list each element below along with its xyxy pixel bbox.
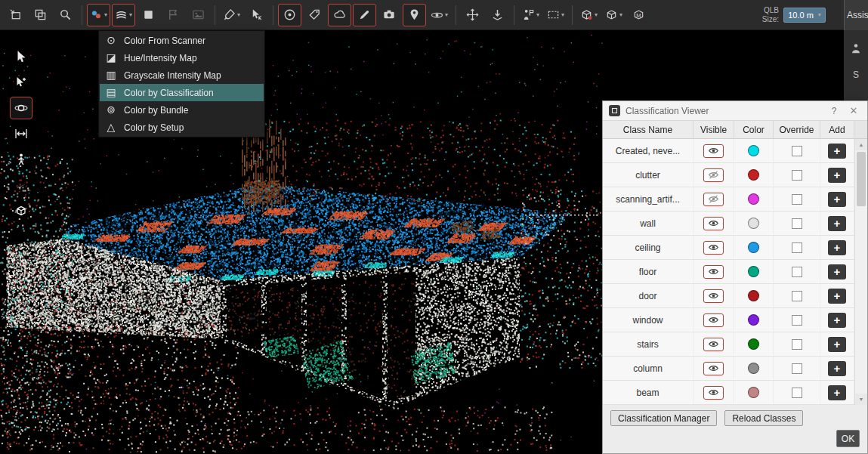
scrollbar[interactable]: ▲ ▼ <box>854 139 867 405</box>
class-color-swatch[interactable] <box>748 266 759 277</box>
box-3d-button[interactable]: ▾ <box>577 4 601 26</box>
tag-button[interactable] <box>303 4 326 26</box>
camera-button[interactable] <box>378 4 401 26</box>
visibility-toggle-on[interactable] <box>703 144 724 158</box>
override-checkbox[interactable] <box>792 170 802 181</box>
add-class-button[interactable]: + <box>828 168 846 183</box>
class-color-swatch[interactable] <box>748 242 759 253</box>
add-class-button[interactable]: + <box>828 192 846 207</box>
cursor-context-button[interactable] <box>245 4 268 26</box>
scrollbar-thumb[interactable] <box>857 152 866 206</box>
add-class-button[interactable]: + <box>828 144 846 159</box>
flag-button[interactable] <box>162 4 185 26</box>
add-class-button[interactable]: + <box>828 240 846 255</box>
move-axes-button[interactable] <box>461 4 484 26</box>
class-color-swatch[interactable] <box>748 290 759 301</box>
help-button[interactable]: ? <box>827 106 841 116</box>
add-class-button[interactable]: + <box>828 216 846 231</box>
person-flag-button[interactable]: ▾ <box>519 4 542 26</box>
add-class-button[interactable]: + <box>828 289 846 304</box>
class-color-swatch[interactable] <box>748 338 759 350</box>
visibility-toggle-on[interactable] <box>703 338 724 351</box>
override-checkbox[interactable] <box>792 363 802 374</box>
visibility-toggle-on[interactable] <box>703 386 724 400</box>
classification-manager-button[interactable]: Classification Manager <box>610 410 717 426</box>
point-color-button[interactable]: ▾ <box>87 4 110 26</box>
walk-tool-button[interactable] <box>10 148 32 171</box>
add-class-button[interactable]: + <box>828 337 846 352</box>
fly-tool-button[interactable] <box>10 174 32 196</box>
zoom-window-button[interactable] <box>54 4 77 26</box>
chevron-down-icon[interactable]: ▾ <box>536 12 539 18</box>
chevron-down-icon[interactable]: ▾ <box>104 12 107 18</box>
visibility-toggle-on[interactable] <box>703 265 724 279</box>
override-checkbox[interactable] <box>792 218 802 229</box>
override-checkbox[interactable] <box>792 315 802 326</box>
visibility-toggle-on[interactable] <box>703 217 724 230</box>
orbit-tool-button[interactable] <box>10 97 32 119</box>
override-checkbox[interactable] <box>792 146 802 156</box>
class-color-swatch[interactable] <box>748 363 759 374</box>
visibility-toggle-on[interactable] <box>703 362 724 375</box>
visibility-toggle-off[interactable] <box>703 168 724 182</box>
class-color-swatch[interactable] <box>748 387 759 398</box>
scroll-down-icon[interactable]: ▼ <box>855 394 867 405</box>
assistant-side-label[interactable]: S <box>853 69 859 80</box>
visibility-toggle-on[interactable] <box>703 313 724 327</box>
menu-item-grayscale-intensity-map[interactable]: ▥Grayscale Intensity Map <box>100 66 264 84</box>
menu-item-color-by-setup[interactable]: △Color by Setup <box>100 119 264 136</box>
pen-button[interactable] <box>353 4 376 26</box>
box-m-button[interactable]: M <box>627 4 650 26</box>
image-button[interactable] <box>187 4 210 26</box>
reload-classes-button[interactable]: Reload Classes <box>724 410 803 426</box>
class-color-swatch[interactable] <box>748 169 759 181</box>
close-icon[interactable]: ✕ <box>846 105 861 116</box>
override-checkbox[interactable] <box>792 194 802 205</box>
assistant-panel-tab[interactable]: Assis <box>844 0 868 30</box>
add-class-button[interactable]: + <box>828 361 846 376</box>
brush-button[interactable]: ▾ <box>220 4 243 26</box>
pin-button[interactable] <box>403 4 426 26</box>
duplicate-view-button[interactable] <box>29 4 52 26</box>
person-icon[interactable] <box>850 42 862 54</box>
menu-item-color-by-bundle[interactable]: ⊚Color by Bundle <box>100 101 264 119</box>
pan-view-button[interactable] <box>4 4 27 26</box>
class-color-swatch[interactable] <box>748 218 759 229</box>
setup-drop-button[interactable] <box>486 4 509 26</box>
target-button[interactable] <box>278 4 301 26</box>
visibility-toggle-on[interactable] <box>703 289 724 303</box>
add-class-button[interactable]: + <box>828 385 846 400</box>
class-color-swatch[interactable] <box>748 314 759 326</box>
visibility-toggle-off[interactable] <box>703 193 724 206</box>
chevron-down-icon[interactable]: ▾ <box>595 12 598 18</box>
pan-constraint-tool-button[interactable] <box>10 122 32 145</box>
cube-view-tool-button[interactable] <box>10 199 32 222</box>
add-class-button[interactable]: + <box>828 313 846 328</box>
override-checkbox[interactable] <box>792 339 802 350</box>
visibility-toggle-on[interactable] <box>703 241 724 255</box>
classification-color-button[interactable]: ▾ <box>112 4 135 26</box>
add-class-button[interactable]: + <box>828 264 846 280</box>
menu-item-color-by-classification[interactable]: ▤Color by Classification <box>100 84 264 101</box>
override-checkbox[interactable] <box>792 267 802 277</box>
menu-item-hue-intensity-map[interactable]: ◪Hue/Intensity Map <box>100 49 264 66</box>
override-checkbox[interactable] <box>792 291 802 301</box>
wire-box-button[interactable]: ▾ <box>602 4 626 26</box>
cloud-annotation-button[interactable] <box>328 4 351 26</box>
override-checkbox[interactable] <box>792 388 802 398</box>
chevron-down-icon[interactable]: ▾ <box>619 12 622 18</box>
chevron-down-icon[interactable]: ▾ <box>561 12 564 18</box>
cursor-tool-button[interactable] <box>10 45 32 68</box>
ok-button[interactable]: OK <box>836 430 860 447</box>
chevron-down-icon[interactable]: ▾ <box>445 12 448 18</box>
cursor-pick-tool-button[interactable] <box>10 71 32 94</box>
orbit-point-button[interactable]: ▾ <box>428 4 451 26</box>
override-checkbox[interactable] <box>792 242 802 253</box>
menu-item-color-from-scanner[interactable]: ⊙Color From Scanner <box>100 32 264 49</box>
class-color-swatch[interactable] <box>748 145 759 156</box>
class-color-swatch[interactable] <box>748 193 759 205</box>
qlb-size-dropdown[interactable]: 10.0 m ▾ <box>783 8 826 23</box>
scroll-up-icon[interactable]: ▲ <box>855 139 867 150</box>
solid-color-button[interactable] <box>137 4 160 26</box>
chevron-down-icon[interactable]: ▾ <box>129 12 132 18</box>
